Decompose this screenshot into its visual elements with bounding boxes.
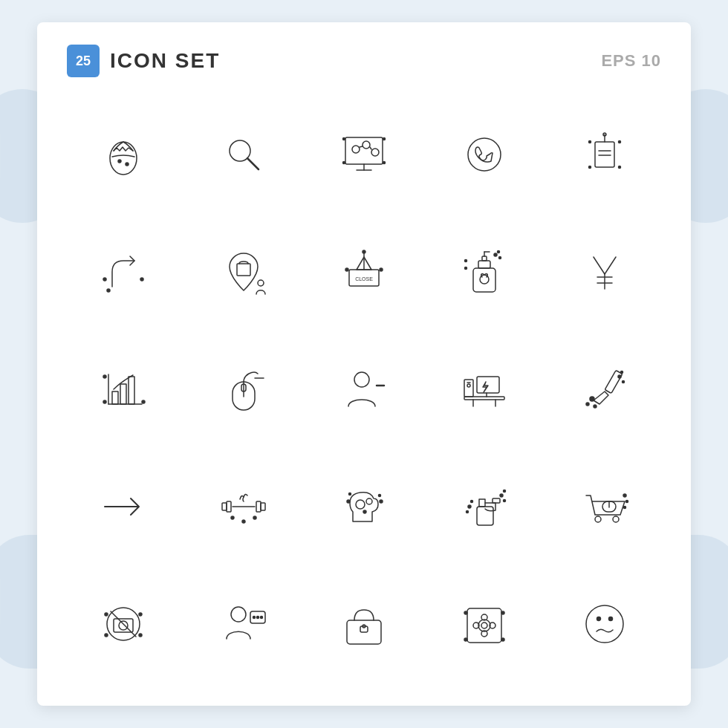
svg-point-15: [383, 162, 386, 164]
easter-egg-icon: [97, 129, 149, 181]
icon-cell-photo-frame: [428, 569, 541, 679]
svg-point-90: [253, 516, 256, 519]
svg-point-107: [595, 516, 601, 522]
svg-point-88: [231, 516, 234, 519]
svg-point-120: [105, 634, 108, 637]
icon-count-badge: 25: [67, 45, 100, 77]
icon-cell-search: [187, 100, 300, 209]
svg-point-48: [465, 260, 467, 262]
brush-tool-icon: [579, 363, 631, 415]
svg-point-26: [589, 166, 591, 169]
icon-grid: CLOSE: [67, 100, 661, 679]
svg-point-141: [586, 605, 623, 643]
svg-rect-20: [595, 142, 614, 167]
arrow-right-icon: [97, 481, 149, 533]
svg-point-137: [464, 611, 467, 614]
svg-rect-100: [493, 498, 500, 503]
svg-line-12: [370, 147, 371, 149]
icon-cell-phone-call: [428, 100, 541, 209]
icon-cell-remove-user: [308, 334, 420, 444]
svg-point-138: [501, 611, 504, 614]
icon-cell-dumbbell: [187, 452, 300, 562]
mind-think-icon: [338, 481, 390, 533]
svg-point-60: [103, 375, 106, 378]
svg-point-37: [380, 268, 383, 271]
svg-point-23: [589, 141, 591, 143]
svg-point-91: [356, 500, 365, 509]
svg-point-117: [119, 621, 128, 630]
svg-point-45: [494, 253, 497, 256]
svg-point-92: [366, 498, 372, 504]
svg-rect-128: [360, 626, 368, 632]
close-sign-icon: CLOSE: [338, 246, 390, 298]
svg-point-36: [345, 268, 348, 271]
photo-frame-icon: [458, 598, 510, 650]
icon-cell-brush: [548, 334, 661, 444]
svg-point-74: [467, 384, 470, 387]
icon-cell-yen: [548, 217, 661, 327]
handbag-icon: [338, 598, 390, 650]
svg-point-59: [142, 400, 145, 403]
svg-point-111: [623, 494, 626, 497]
svg-point-2: [126, 163, 129, 166]
svg-point-106: [471, 501, 473, 503]
svg-point-77: [586, 403, 589, 406]
svg-point-118: [105, 613, 108, 616]
svg-point-105: [467, 511, 469, 513]
svg-point-27: [103, 278, 106, 281]
bar-chart-icon: [97, 363, 149, 415]
svg-point-29: [107, 289, 110, 292]
svg-point-143: [609, 617, 613, 621]
svg-point-28: [140, 278, 143, 281]
svg-rect-55: [112, 391, 118, 404]
icon-cell-close-sign: CLOSE: [308, 217, 420, 327]
svg-point-89: [242, 520, 245, 523]
computer-workflow-icon: [338, 129, 390, 181]
svg-point-80: [623, 381, 625, 383]
svg-rect-87: [261, 503, 265, 510]
svg-point-38: [363, 250, 365, 253]
svg-rect-41: [482, 256, 487, 261]
confused-face-icon: [579, 598, 631, 650]
icon-cell-redirect: [67, 217, 180, 327]
svg-point-125: [257, 617, 259, 619]
svg-line-11: [360, 146, 363, 147]
svg-point-101: [500, 494, 503, 497]
svg-point-10: [371, 149, 379, 156]
svg-point-79: [618, 375, 621, 378]
svg-rect-75: [605, 371, 623, 394]
svg-point-25: [619, 166, 621, 169]
svg-point-104: [468, 505, 471, 508]
icon-cell-bar-chart: [67, 334, 180, 444]
icon-cell-easter-egg: [67, 100, 180, 209]
svg-point-124: [253, 617, 256, 619]
icon-cell-person-chat: [187, 569, 300, 679]
svg-point-140: [501, 638, 504, 641]
svg-point-103: [504, 490, 506, 493]
phone-call-icon: [458, 129, 510, 181]
svg-point-122: [231, 607, 246, 622]
svg-point-13: [343, 138, 345, 140]
svg-point-95: [380, 500, 383, 503]
svg-point-49: [465, 267, 467, 270]
svg-rect-85: [222, 503, 227, 510]
svg-point-17: [468, 138, 501, 171]
svg-line-4: [247, 158, 259, 169]
icon-cell-handbag: [308, 569, 420, 679]
svg-point-108: [613, 516, 619, 522]
svg-rect-40: [478, 261, 490, 268]
svg-point-65: [354, 372, 369, 387]
header: 25 ICON SET EPS 10: [67, 45, 661, 77]
svg-point-76: [590, 397, 594, 401]
header-left: 25 ICON SET: [67, 45, 220, 77]
page-title: ICON SET: [110, 49, 220, 73]
svg-point-81: [621, 371, 623, 374]
redirect-arrow-icon: [97, 246, 149, 298]
svg-point-46: [499, 257, 501, 259]
yen-symbol-icon: [579, 246, 631, 298]
no-photo-icon: [97, 598, 149, 650]
icon-cell-price-tag: [548, 100, 661, 209]
svg-point-16: [343, 162, 345, 164]
svg-point-121: [139, 634, 142, 637]
svg-point-97: [379, 495, 381, 497]
